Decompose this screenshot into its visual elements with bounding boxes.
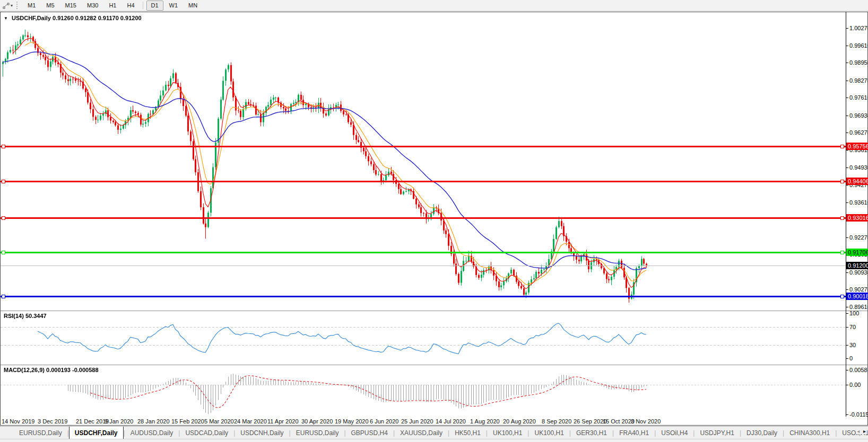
chart-ohlc-values: 0.91260 0.91282 0.91170 0.91200 (53, 15, 142, 21)
chart-tab-usdjpy-h1[interactable]: USDJPY,H1 (695, 427, 739, 439)
rsi-indicator-label: RSI(14) 50.3447 (4, 313, 47, 319)
timeframe-button-m30[interactable]: M30 (82, 1, 103, 11)
date-axis-label: 24 Mar 2020 (234, 418, 267, 425)
chart-tab-hk50-h1[interactable]: HK50,H1 (449, 427, 486, 439)
line-handle[interactable] (2, 216, 5, 220)
date-axis-label: 14 Jul 2020 (436, 418, 466, 425)
price-axis-label: 0.99610 (849, 42, 868, 49)
timeframe-button-m15[interactable]: M15 (60, 1, 81, 11)
timeframe-button-w1[interactable]: W1 (164, 1, 183, 11)
date-axis-label: 19 May 2020 (335, 418, 369, 425)
horizontal-line-0.91706[interactable] (1, 252, 846, 253)
chart-tab-china300-h1[interactable]: CHINA300,H1 (784, 427, 835, 439)
timeframe-button-m1[interactable]: M1 (23, 1, 40, 11)
price-line-badge: 0.95756 (846, 143, 868, 150)
rsi-axis-label: 70 (849, 324, 856, 330)
horizontal-line-0.93016[interactable] (1, 217, 846, 219)
price-line-badge: 0.91706 (846, 249, 868, 256)
date-axis-label: 9 Jan 2020 (105, 418, 133, 425)
chart-tab-xauusd-daily[interactable]: XAUUSD,Daily (395, 427, 448, 439)
current-price-badge: 0.91200 (846, 262, 868, 269)
tab-scroll-left-icon[interactable]: ◂ (857, 428, 860, 434)
panel-splitter-macd[interactable] (1, 365, 867, 365)
chart-tab-ger30-h1[interactable]: GER30,H1 (571, 427, 612, 439)
line-handle[interactable] (2, 180, 5, 183)
chart-tab-uk100-h1[interactable]: UK100,H1 (488, 427, 527, 439)
rsi-axis-label: 0 (849, 355, 853, 361)
timeframe-buttons: M1M5M15M30H1H4D1W1MN (22, 0, 203, 11)
rsi-canvas[interactable] (1, 311, 846, 364)
mt4-window: ▾ M1M5M15M30H1H4D1W1MN ▼ USDCHF,Daily 0.… (0, 0, 868, 442)
date-axis-label: 15 Oct 2020 (603, 418, 635, 425)
toolbar-grip[interactable] (16, 2, 19, 9)
line-handle[interactable] (840, 145, 844, 148)
line-handle[interactable] (2, 251, 5, 254)
date-axis-label: 28 Jan 2020 (137, 418, 170, 425)
price-axis-label: 0.96930 (849, 112, 868, 119)
rsi-axis-label: 30 (849, 342, 856, 348)
chart-symbol-label: USDCHF,Daily (12, 15, 51, 21)
chart-tab-uk100-h1[interactable]: UK100,H1 (529, 427, 569, 439)
timeframe-button-mn[interactable]: MN (184, 1, 202, 11)
line-studies-tool-button[interactable]: ▾ (1, 2, 14, 10)
chart-tab-bar: EURUSD,Daily|USDCHF,Daily|AUDUSD,Daily|U… (0, 426, 868, 439)
chart-tab-audusd-daily[interactable]: AUDUSD,Daily (125, 427, 179, 439)
tab-scroll-right-icon[interactable]: ▸ (863, 428, 866, 434)
rsi-axis-label: 100 (849, 310, 859, 316)
date-axis-label: 30 Apr 2020 (301, 418, 333, 425)
price-axis-label: 1.00270 (849, 25, 868, 31)
date-axis-label: 5 Mar 2020 (204, 418, 234, 425)
horizontal-line-0.90018[interactable] (1, 296, 846, 297)
chart-tab-dj30-daily[interactable]: DJ30,Daily (741, 427, 783, 439)
macd-axis-label: 0.005818 (849, 367, 868, 373)
timeframe-button-h4[interactable]: H4 (122, 1, 139, 11)
toolbar-separator (143, 2, 143, 9)
date-axis-label: 8 Sep 2020 (542, 418, 571, 425)
chart-tab-eurusd-daily[interactable]: EURUSD,Daily (291, 427, 344, 439)
line-handle[interactable] (840, 295, 844, 298)
price-axis-label: 0.93610 (849, 199, 868, 206)
timeframe-button-d1[interactable]: D1 (146, 1, 163, 11)
price-line-badge: 0.93016 (846, 214, 868, 222)
price-axis-label: 0.89610 (849, 304, 868, 310)
price-axis-label: 0.90270 (849, 286, 868, 293)
price-axis-label: 0.96270 (849, 129, 868, 136)
horizontal-line-0.94406[interactable] (1, 181, 846, 182)
date-axis-label: 15 Feb 2020 (171, 418, 204, 425)
timeframe-button-m5[interactable]: M5 (41, 1, 59, 11)
price-axis-label: 0.98270 (849, 77, 868, 84)
date-axis-label: 26 Sep 2020 (574, 418, 606, 425)
line-handle[interactable] (840, 216, 844, 220)
chart-collapse-icon[interactable]: ▼ (4, 16, 8, 21)
line-studies-icon (3, 2, 10, 9)
timeframe-button-h1[interactable]: H1 (104, 1, 121, 11)
chart-tab-usdcad-daily[interactable]: USDCAD,Daily (180, 427, 233, 439)
date-axis-label: 20 Aug 2020 (503, 418, 536, 425)
chart-tab-fra40-h1[interactable]: FRA40,H1 (614, 427, 654, 439)
price-axis-label: 0.94930 (849, 164, 868, 171)
line-handle[interactable] (2, 145, 5, 148)
chart-tab-gbpusd-h4[interactable]: GBPUSD,H4 (346, 427, 393, 439)
dropdown-caret-icon[interactable]: ▾ (11, 3, 13, 8)
horizontal-line-0.95756[interactable] (1, 146, 846, 147)
date-axis-label: 1 Aug 2020 (470, 418, 500, 425)
price-axis-label: 0.90930 (849, 269, 868, 276)
date-axis-label: 3 Nov 2020 (631, 418, 661, 425)
panel-splitter-rsi[interactable] (1, 311, 867, 311)
chart-tab-usdcnh-daily[interactable]: USDCNH,Daily (235, 427, 289, 439)
date-axis-label: 6 Jun 2020 (370, 418, 398, 425)
date-axis[interactable]: 14 Nov 20193 Dec 201921 Dec 20199 Jan 20… (1, 417, 867, 425)
date-axis-label: 11 Apr 2020 (267, 418, 299, 425)
price-chart-canvas[interactable] (1, 12, 846, 311)
chart-tab-usdchf-daily[interactable]: USDCHF,Daily (69, 426, 124, 439)
line-handle[interactable] (840, 180, 844, 183)
date-axis-label: 14 Nov 2019 (2, 418, 34, 425)
macd-axis-label: 0.00 (849, 382, 861, 388)
chart-tab-usoil-h4[interactable]: USOil,H4 (656, 427, 693, 439)
macd-canvas[interactable] (1, 365, 846, 417)
timeframe-toolbar: ▾ M1M5M15M30H1H4D1W1MN (0, 0, 868, 11)
line-handle[interactable] (840, 251, 844, 254)
line-handle[interactable] (2, 295, 5, 298)
chart-tab-eurusd-daily[interactable]: EURUSD,Daily (14, 427, 67, 439)
current-price-line (1, 266, 846, 266)
